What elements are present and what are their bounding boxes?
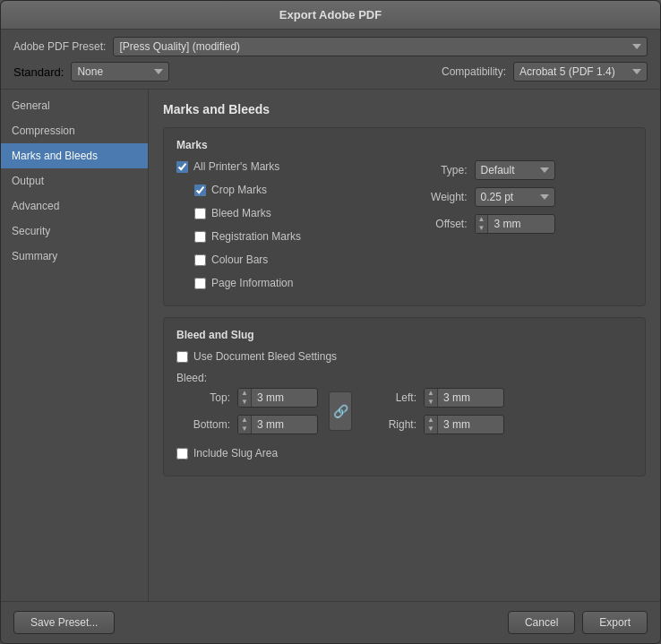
bleed-marks-label: Bleed Marks	[211, 207, 271, 219]
sidebar-item-marks-and-bleeds[interactable]: Marks and Bleeds	[1, 143, 148, 168]
all-printers-marks-label: All Printer's Marks	[193, 160, 279, 173]
offset-row: Offset: ▲ ▼ 3 mm	[423, 214, 633, 234]
right-spinner: ▲ ▼ 3 mm	[424, 415, 504, 434]
right-up-arrow[interactable]: ▲	[425, 416, 437, 425]
page-information-checkbox[interactable]	[194, 278, 206, 289]
crop-marks-row: Crop Marks	[194, 184, 405, 196]
include-slug-label: Include Slug Area	[193, 447, 278, 459]
registration-marks-label: Registration Marks	[211, 230, 301, 243]
right-row: Right: ▲ ▼ 3 mm	[381, 415, 504, 434]
include-slug-checkbox[interactable]	[176, 448, 188, 459]
top-spinner: ▲ ▼ 3 mm	[237, 388, 318, 408]
left-down-arrow[interactable]: ▼	[425, 398, 437, 407]
bleed-heading: Bleed and Slug	[176, 329, 632, 341]
page-information-row: Page Information	[194, 277, 405, 289]
compatibility-select[interactable]: Acrobat 5 (PDF 1.4)	[513, 62, 648, 82]
bleed-left-col: Top: ▲ ▼ 3 mm Bottom:	[184, 388, 318, 434]
type-select[interactable]: Default	[475, 160, 555, 180]
bottom-row: Bottom: ▲ ▼ 3 mm	[184, 415, 318, 434]
link-icon[interactable]: 🔗	[329, 391, 352, 431]
footer: Save Preset... Cancel Export	[1, 601, 660, 643]
page-information-label: Page Information	[211, 277, 293, 289]
colour-bars-row: Colour Bars	[194, 253, 405, 266]
export-button[interactable]: Export	[582, 611, 648, 634]
offset-down-arrow[interactable]: ▼	[476, 224, 488, 233]
left-spinner: ▲ ▼ 3 mm	[424, 388, 504, 408]
bottom-arrows: ▲ ▼	[238, 416, 252, 434]
right-down-arrow[interactable]: ▼	[425, 425, 437, 434]
type-row: Type: Default	[423, 160, 633, 180]
bottom-up-arrow[interactable]: ▲	[238, 416, 251, 425]
colour-bars-label: Colour Bars	[211, 253, 268, 266]
standard-label: Standard:	[13, 65, 64, 79]
sidebar-item-advanced[interactable]: Advanced	[1, 193, 148, 219]
marks-left: All Printer's Marks Crop Marks Bleed Mar…	[176, 160, 405, 295]
all-printers-marks-checkbox[interactable]	[176, 161, 188, 173]
left-arrows: ▲ ▼	[425, 389, 438, 407]
right-label: Right:	[381, 418, 416, 431]
include-slug-row: Include Slug Area	[176, 447, 632, 459]
registration-marks-row: Registration Marks	[194, 230, 405, 243]
preset-select[interactable]: [Press Quality] (modified)	[113, 37, 648, 56]
right-value: 3 mm	[438, 416, 503, 433]
export-pdf-dialog: Export Adobe PDF Adobe PDF Preset: [Pres…	[0, 0, 661, 644]
save-preset-button[interactable]: Save Preset...	[13, 611, 115, 634]
all-printers-marks-row: All Printer's Marks	[176, 160, 405, 173]
top-down-arrow[interactable]: ▼	[238, 398, 251, 407]
marks-heading: Marks	[176, 139, 632, 151]
left-label: Left:	[381, 391, 416, 404]
content-panel: Marks and Bleeds Marks All Printer's Mar…	[149, 90, 660, 601]
weight-label: Weight:	[423, 191, 468, 203]
offset-label: Offset:	[423, 218, 468, 230]
marks-section: Marks All Printer's Marks Crop Marks	[163, 127, 646, 306]
standard-select[interactable]: None	[71, 62, 169, 82]
sidebar-item-security[interactable]: Security	[1, 219, 148, 244]
bleed-marks-checkbox[interactable]	[194, 208, 206, 219]
top-value: 3 mm	[252, 390, 317, 406]
colour-bars-checkbox[interactable]	[194, 254, 206, 266]
top-arrows: ▲ ▼	[238, 389, 252, 407]
registration-marks-checkbox[interactable]	[194, 231, 206, 243]
offset-value: 3 mm	[488, 216, 554, 232]
top-row: Top: ▲ ▼ 3 mm	[184, 388, 318, 408]
bottom-value: 3 mm	[252, 416, 317, 433]
top-bar: Adobe PDF Preset: [Press Quality] (modif…	[1, 30, 660, 90]
bleed-label: Bleed:	[176, 372, 632, 384]
sidebar: General Compression Marks and Bleeds Out…	[1, 90, 149, 601]
main-area: General Compression Marks and Bleeds Out…	[1, 90, 660, 601]
weight-select[interactable]: 0.25 pt	[475, 187, 555, 207]
offset-up-arrow[interactable]: ▲	[476, 215, 488, 224]
offset-arrows: ▲ ▼	[476, 215, 489, 233]
offset-spinner: ▲ ▼ 3 mm	[475, 214, 555, 234]
sidebar-item-compression[interactable]: Compression	[1, 118, 148, 143]
right-arrows: ▲ ▼	[425, 416, 438, 434]
left-up-arrow[interactable]: ▲	[425, 389, 437, 398]
dialog-title: Export Adobe PDF	[279, 8, 382, 21]
bleed-section: Bleed and Slug Use Document Bleed Settin…	[163, 317, 646, 477]
sidebar-item-general[interactable]: General	[1, 93, 148, 118]
sidebar-item-summary[interactable]: Summary	[1, 244, 148, 269]
preset-label: Adobe PDF Preset:	[13, 40, 106, 53]
top-up-arrow[interactable]: ▲	[238, 389, 251, 398]
content-title: Marks and Bleeds	[163, 102, 646, 116]
cancel-button[interactable]: Cancel	[508, 611, 575, 634]
sidebar-item-output[interactable]: Output	[1, 168, 148, 193]
type-label: Type:	[423, 164, 468, 176]
title-bar: Export Adobe PDF	[1, 1, 660, 30]
bottom-down-arrow[interactable]: ▼	[238, 425, 251, 434]
bleed-right-col: Left: ▲ ▼ 3 mm Right:	[381, 388, 504, 434]
use-document-bleed-checkbox[interactable]	[176, 351, 188, 363]
top-label: Top:	[184, 391, 230, 404]
weight-row: Weight: 0.25 pt	[423, 187, 633, 207]
use-document-bleed-label: Use Document Bleed Settings	[193, 350, 337, 363]
use-document-bleed-row: Use Document Bleed Settings	[176, 350, 632, 363]
crop-marks-label: Crop Marks	[211, 184, 267, 196]
marks-right: Type: Default Weight: 0.25 pt	[405, 160, 633, 295]
compatibility-label: Compatibility:	[442, 65, 506, 78]
crop-marks-checkbox[interactable]	[194, 185, 206, 196]
bleed-marks-row: Bleed Marks	[194, 207, 405, 219]
left-row: Left: ▲ ▼ 3 mm	[381, 388, 504, 408]
bottom-label: Bottom:	[184, 418, 230, 431]
left-value: 3 mm	[438, 390, 503, 406]
bottom-spinner: ▲ ▼ 3 mm	[237, 415, 318, 434]
